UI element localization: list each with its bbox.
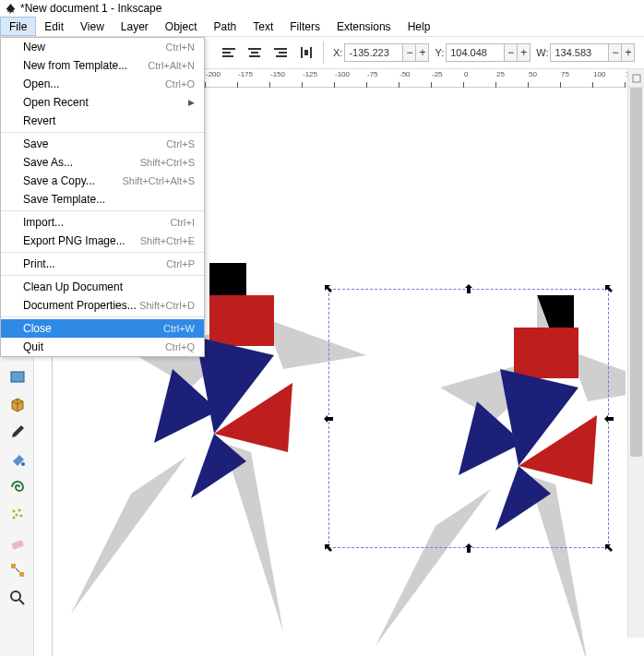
w-label: W: (536, 47, 548, 58)
selection-handle-sw[interactable] (323, 543, 334, 554)
svg-point-15 (12, 510, 15, 513)
selection-handle-e[interactable] (603, 413, 614, 424)
menu-item-save-template[interactable]: Save Template... (1, 190, 204, 209)
svg-rect-0 (222, 48, 235, 50)
x-label: X: (333, 47, 342, 58)
menu-item-document-properties[interactable]: Document Properties...Shift+Ctrl+D (1, 296, 204, 315)
svg-point-17 (15, 514, 18, 517)
svg-rect-10 (310, 47, 312, 58)
menu-object[interactable]: Object (157, 17, 206, 36)
menu-bar: File Edit View Layer Object Path Text Fi… (0, 17, 644, 37)
svg-line-23 (16, 568, 19, 572)
svg-point-24 (11, 591, 20, 601)
y-input[interactable]: 104.048 (446, 43, 505, 62)
svg-rect-26 (633, 75, 640, 82)
y-minus[interactable]: − (505, 43, 518, 62)
svg-point-14 (21, 462, 25, 466)
inkscape-logo-icon (4, 2, 17, 15)
w-minus[interactable]: − (609, 43, 622, 62)
svg-rect-7 (279, 52, 287, 54)
x-plus[interactable]: + (416, 43, 429, 62)
menu-item-close[interactable]: CloseCtrl+W (1, 319, 204, 338)
svg-marker-29 (71, 457, 186, 614)
align-right-button[interactable] (269, 42, 292, 64)
menu-item-new[interactable]: NewCtrl+N (1, 38, 204, 56)
svg-rect-2 (222, 55, 233, 57)
w-input[interactable]: 134.583 (550, 43, 609, 62)
selection-handle-s[interactable] (463, 543, 474, 554)
menu-item-open-recent[interactable]: Open Recent▶ (1, 93, 204, 112)
dropper-tool[interactable] (0, 418, 34, 446)
svg-rect-21 (11, 564, 16, 568)
menu-item-save-as[interactable]: Save As...Shift+Ctrl+S (1, 153, 204, 172)
zoom-magnifier[interactable] (0, 584, 34, 612)
svg-rect-13 (11, 372, 24, 382)
menu-file[interactable]: File (0, 17, 36, 36)
connector-tool[interactable] (0, 556, 34, 584)
menu-extensions[interactable]: Extensions (328, 17, 400, 36)
svg-rect-6 (274, 48, 287, 50)
svg-rect-3 (248, 48, 261, 50)
svg-rect-22 (19, 572, 24, 577)
menu-edit[interactable]: Edit (36, 17, 72, 36)
svg-rect-5 (249, 55, 260, 57)
menu-item-export-png-image[interactable]: Export PNG Image...Shift+Ctrl+E (1, 232, 204, 250)
menu-item-save[interactable]: SaveCtrl+S (1, 135, 204, 153)
menu-item-print[interactable]: Print...Ctrl+P (1, 255, 204, 273)
selection-handle-n[interactable] (463, 283, 474, 294)
eraser-tool[interactable] (0, 529, 34, 556)
svg-rect-4 (251, 52, 258, 54)
align-hcenter-button[interactable] (244, 42, 266, 64)
align-distribute-button[interactable] (295, 42, 317, 64)
menu-item-clean-up-document[interactable]: Clean Up Document (1, 278, 204, 296)
svg-marker-31 (209, 263, 246, 295)
svg-marker-30 (223, 443, 283, 632)
file-menu-dropdown: NewCtrl+NNew from Template...Ctrl+Alt+NO… (0, 37, 205, 357)
selection-handle-ne[interactable] (603, 283, 614, 294)
menu-view[interactable]: View (72, 17, 113, 36)
svg-marker-32 (209, 295, 274, 346)
svg-rect-8 (276, 55, 287, 57)
threed-box-tool[interactable] (0, 390, 34, 418)
menu-path[interactable]: Path (206, 17, 245, 36)
rectangle-tool[interactable] (0, 363, 34, 390)
menu-help[interactable]: Help (400, 17, 439, 36)
menu-item-save-a-copy[interactable]: Save a Copy...Shift+Ctrl+Alt+S (1, 172, 204, 190)
menu-text[interactable]: Text (244, 17, 281, 36)
menu-item-quit[interactable]: QuitCtrl+Q (1, 338, 204, 356)
menu-filters[interactable]: Filters (281, 17, 328, 36)
menu-item-revert[interactable]: Revert (1, 112, 204, 130)
ruler-corner[interactable] (627, 69, 644, 88)
scrollbar-thumb[interactable] (630, 88, 642, 457)
title-bar: *New document 1 - Inkscape (0, 0, 644, 17)
svg-point-18 (19, 515, 22, 518)
spiral-tool[interactable] (0, 473, 34, 501)
svg-point-16 (18, 509, 20, 512)
selection-handle-w[interactable] (323, 413, 334, 424)
x-input[interactable]: -135.223 (344, 43, 403, 62)
menu-layer[interactable]: Layer (113, 17, 157, 36)
selection-handle-se[interactable] (603, 543, 614, 554)
svg-point-19 (12, 517, 15, 519)
spray-tool[interactable] (0, 501, 34, 529)
menu-item-open[interactable]: Open...Ctrl+O (1, 75, 204, 93)
y-label: Y: (435, 47, 444, 58)
svg-line-25 (19, 600, 24, 604)
menu-item-import[interactable]: Import...Ctrl+I (1, 213, 204, 232)
selection-bounds[interactable] (328, 289, 609, 548)
fill-tool[interactable] (0, 446, 34, 473)
svg-rect-11 (304, 50, 308, 55)
menu-item-new-from-template[interactable]: New from Template...Ctrl+Alt+N (1, 56, 204, 75)
svg-rect-20 (11, 540, 24, 550)
x-minus[interactable]: − (403, 43, 416, 62)
y-plus[interactable]: + (518, 43, 531, 62)
w-plus[interactable]: + (622, 43, 635, 62)
vertical-scrollbar[interactable] (627, 88, 644, 638)
svg-rect-1 (222, 52, 231, 54)
align-left-button[interactable] (218, 42, 240, 64)
selection-handle-nw[interactable] (323, 283, 334, 294)
svg-rect-9 (301, 47, 303, 58)
window-title: *New document 1 - Inkscape (20, 2, 161, 15)
